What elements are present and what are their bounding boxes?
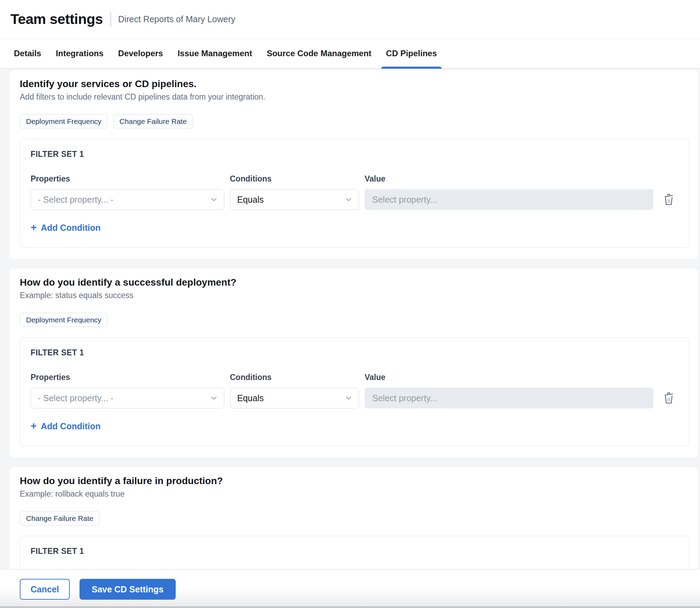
value-input[interactable] <box>365 388 653 408</box>
filter-set-card: FILTER SET 1 Properties Conditions Value… <box>20 337 689 446</box>
value-label: Value <box>365 174 653 184</box>
team-settings-page: Team settings Direct Reports of Mary Low… <box>0 0 700 608</box>
badge-change-failure-rate[interactable]: Change Failure Rate <box>113 114 193 128</box>
filter-controls-row: - Select property... - Equals <box>31 388 678 408</box>
metric-badges: Deployment Frequency <box>20 313 689 327</box>
filter-labels-row: Properties Conditions Value <box>31 174 678 189</box>
delete-filter-button[interactable] <box>659 392 678 404</box>
tab-developers[interactable]: Developers <box>118 39 163 68</box>
filter-controls-row: - Select property... - Equals <box>31 189 678 210</box>
tab-details[interactable]: Details <box>14 39 41 68</box>
metric-badges: Deployment Frequency Change Failure Rate <box>20 114 689 128</box>
chevron-down-icon <box>209 394 218 403</box>
filter-labels-row: Properties Conditions Value <box>31 373 678 388</box>
content-area: Identify your services or CD pipelines. … <box>0 69 700 608</box>
property-select-value: - Select property... - <box>38 195 114 205</box>
tab-source-code-management[interactable]: Source Code Management <box>267 39 371 68</box>
delete-filter-button[interactable] <box>659 193 678 206</box>
chevron-down-icon <box>344 394 353 403</box>
add-condition-button[interactable]: + Add Condition <box>31 222 101 233</box>
property-select[interactable]: - Select property... - <box>31 388 224 408</box>
header-divider <box>110 12 111 27</box>
action-footer: Cancel Save CD Settings <box>0 569 700 608</box>
filter-set-title: FILTER SET 1 <box>31 547 678 556</box>
property-select-value: - Select property... - <box>38 393 114 403</box>
section-description: Add filters to include relevant CD pipel… <box>20 92 689 102</box>
condition-select[interactable]: Equals <box>230 189 359 210</box>
tab-issue-management[interactable]: Issue Management <box>177 39 252 68</box>
section-heading: How do you identify a failure in product… <box>20 475 689 487</box>
section-identify-pipelines: Identify your services or CD pipelines. … <box>9 70 698 259</box>
add-condition-button[interactable]: + Add Condition <box>31 421 101 431</box>
cancel-button[interactable]: Cancel <box>20 579 70 600</box>
condition-select-value: Equals <box>237 195 264 205</box>
filter-set-title: FILTER SET 1 <box>31 348 678 357</box>
trash-icon <box>663 193 675 206</box>
value-input[interactable] <box>365 189 653 210</box>
tab-integrations[interactable]: Integrations <box>56 39 103 68</box>
value-label: Value <box>365 373 653 382</box>
section-description: Example: rollback equals true <box>20 489 689 499</box>
section-heading: Identify your services or CD pipelines. <box>20 78 689 90</box>
section-successful-deployment: How do you identify a successful deploym… <box>9 269 698 457</box>
badge-deployment-frequency[interactable]: Deployment Frequency <box>20 114 108 128</box>
chevron-down-icon <box>209 195 218 204</box>
tab-bar: Details Integrations Developers Issue Ma… <box>0 39 700 69</box>
properties-label: Properties <box>31 174 224 184</box>
window-bottom-edge <box>0 606 700 608</box>
metric-badges: Change Failure Rate <box>20 511 689 525</box>
plus-icon: + <box>31 222 37 233</box>
chevron-down-icon <box>344 195 353 204</box>
property-select[interactable]: - Select property... - <box>31 189 224 210</box>
tab-cd-pipelines[interactable]: CD Pipelines <box>386 39 437 68</box>
plus-icon: + <box>31 421 37 431</box>
page-subtitle: Direct Reports of Mary Lowery <box>118 14 235 24</box>
page-header: Team settings Direct Reports of Mary Low… <box>0 0 700 39</box>
condition-select[interactable]: Equals <box>230 388 359 408</box>
save-cd-settings-button[interactable]: Save CD Settings <box>80 579 176 600</box>
conditions-label: Conditions <box>230 174 359 184</box>
filter-set-title: FILTER SET 1 <box>31 150 678 159</box>
add-condition-label: Add Condition <box>41 421 101 431</box>
section-description: Example: status equals success <box>20 291 689 300</box>
properties-label: Properties <box>31 373 224 382</box>
badge-deployment-frequency[interactable]: Deployment Frequency <box>20 313 108 327</box>
badge-change-failure-rate[interactable]: Change Failure Rate <box>20 511 100 525</box>
filter-set-card: FILTER SET 1 Properties Conditions Value… <box>20 139 689 248</box>
conditions-label: Conditions <box>230 373 359 382</box>
add-condition-label: Add Condition <box>41 223 101 233</box>
section-heading: How do you identify a successful deploym… <box>20 277 689 288</box>
page-title: Team settings <box>10 11 103 27</box>
trash-icon <box>663 392 675 404</box>
condition-select-value: Equals <box>237 393 264 403</box>
